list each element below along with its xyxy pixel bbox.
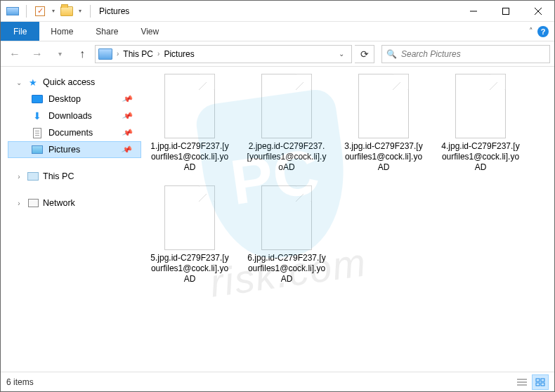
svg-rect-7: [536, 379, 540, 381]
minimize-button[interactable]: [457, 1, 490, 22]
file-item[interactable]: 6.jpg.id-C279F237.[yourfiles1@cock.li].y…: [245, 185, 328, 285]
file-icon: [164, 185, 215, 250]
file-icon: [164, 74, 215, 138]
up-button[interactable]: ↑: [72, 44, 92, 64]
help-icon[interactable]: ?: [537, 26, 549, 37]
close-button[interactable]: [522, 1, 554, 22]
icons-view-button[interactable]: [532, 374, 549, 390]
file-item[interactable]: 1.jpg.id-C279F237.[yourfiles1@cock.li].y…: [148, 74, 231, 173]
search-icon: 🔍: [386, 49, 397, 59]
ribbon: File Home Share View ˄ ?: [1, 22, 554, 41]
file-name: 6.jpg.id-C279F237.[yourfiles1@cock.li].y…: [245, 253, 328, 285]
sidebar-this-pc[interactable]: › This PC: [8, 168, 141, 185]
file-name: 2.jpeg.id-C279F237.[yourfiles1@cock.li].…: [245, 141, 328, 173]
chevron-right-icon[interactable]: ›: [15, 200, 23, 207]
back-button[interactable]: ←: [5, 44, 25, 64]
file-pane[interactable]: 1.jpg.id-C279F237.[yourfiles1@cock.li].y…: [141, 67, 554, 372]
item-count: 6 items: [6, 377, 34, 387]
search-box[interactable]: 🔍: [381, 45, 550, 63]
properties-icon[interactable]: ✓: [32, 4, 48, 19]
chevron-right-icon[interactable]: ›: [156, 50, 161, 58]
pc-icon: [98, 48, 112, 60]
svg-rect-9: [536, 383, 540, 386]
app-icon: [5, 4, 20, 19]
sidebar-item-pictures[interactable]: Pictures 📌: [8, 141, 141, 158]
sidebar-item-label: Desktop: [48, 94, 81, 104]
desktop-icon: [32, 93, 43, 105]
pictures-icon: [32, 144, 43, 155]
file-item[interactable]: 5.jpg.id-C279F237.[yourfiles1@cock.li].y…: [148, 185, 231, 285]
breadcrumb[interactable]: › This PC › Pictures ⌄: [95, 45, 352, 63]
file-item[interactable]: 4.jpg.id-C279F237.[yourfiles1@cock.li].y…: [439, 74, 522, 173]
svg-rect-10: [541, 383, 544, 386]
sidebar: ⌄ ★ Quick access Desktop 📌 ⬇ Downloads 📌…: [1, 67, 141, 372]
folder-icon: [59, 4, 74, 19]
quick-access-label: Quick access: [43, 77, 95, 87]
sidebar-item-label: Pictures: [48, 145, 80, 155]
search-input[interactable]: [401, 49, 545, 59]
divider: [26, 5, 27, 18]
sidebar-network[interactable]: › Network: [8, 195, 141, 211]
navbar: ← → ▾ ↑ › This PC › Pictures ⌄ ⟳ 🔍: [1, 41, 554, 67]
chevron-right-icon[interactable]: ›: [115, 50, 120, 58]
file-icon: [358, 74, 409, 138]
chevron-down-icon[interactable]: ⌄: [15, 79, 23, 86]
file-name: 1.jpg.id-C279F237.[yourfiles1@cock.li].y…: [148, 141, 231, 173]
titlebar: ✓ ▾ ▾ Pictures: [1, 1, 554, 22]
tab-home[interactable]: Home: [39, 22, 84, 41]
pin-icon: 📌: [121, 143, 133, 155]
collapse-ribbon-icon[interactable]: ˄: [529, 27, 533, 36]
sidebar-item-documents[interactable]: Documents 📌: [8, 124, 141, 141]
recent-dropdown-icon[interactable]: ▾: [50, 44, 70, 64]
file-icon: [455, 74, 506, 138]
qat-dropdown2-icon[interactable]: ▾: [76, 4, 84, 19]
this-pc-label: This PC: [43, 171, 74, 181]
network-icon: [27, 197, 39, 209]
breadcrumb-current[interactable]: Pictures: [164, 49, 194, 59]
file-name: 5.jpg.id-C279F237.[yourfiles1@cock.li].y…: [148, 253, 231, 285]
statusbar: 6 items: [1, 372, 554, 391]
forward-button[interactable]: →: [27, 44, 47, 64]
pc-icon: [27, 171, 39, 182]
tab-view[interactable]: View: [129, 22, 170, 41]
network-label: Network: [43, 198, 75, 208]
star-icon: ★: [27, 77, 39, 88]
maximize-button[interactable]: [490, 1, 522, 22]
file-name: 3.jpg.id-C279F237.[yourfiles1@cock.li].y…: [342, 141, 425, 173]
tab-share[interactable]: Share: [84, 22, 129, 41]
window-title: Pictures: [99, 6, 129, 16]
file-explorer-window: ✓ ▾ ▾ Pictures File Home Share View ˄ ? …: [0, 0, 555, 392]
file-grid: 1.jpg.id-C279F237.[yourfiles1@cock.li].y…: [148, 74, 554, 285]
pin-icon: 📌: [122, 93, 134, 105]
divider: [90, 5, 91, 18]
pin-icon: 📌: [122, 126, 134, 138]
file-item[interactable]: 2.jpeg.id-C279F237.[yourfiles1@cock.li].…: [245, 74, 328, 173]
chevron-right-icon[interactable]: ›: [15, 173, 23, 181]
svg-rect-8: [541, 379, 544, 381]
sidebar-quick-access[interactable]: ⌄ ★ Quick access: [8, 74, 141, 91]
download-icon: ⬇: [32, 110, 43, 122]
file-tab[interactable]: File: [1, 22, 39, 41]
refresh-button[interactable]: ⟳: [355, 45, 374, 63]
body: ⌄ ★ Quick access Desktop 📌 ⬇ Downloads 📌…: [1, 67, 554, 372]
quick-access-toolbar: ✓ ▾ ▾: [5, 4, 95, 19]
qat-dropdown-icon[interactable]: ▾: [49, 4, 58, 19]
window-controls: [457, 1, 554, 22]
pin-icon: 📌: [122, 110, 134, 122]
sidebar-item-downloads[interactable]: ⬇ Downloads 📌: [8, 107, 141, 124]
file-icon: [261, 185, 312, 250]
details-view-button[interactable]: [514, 374, 530, 390]
svg-rect-1: [503, 8, 509, 14]
document-icon: [32, 127, 43, 138]
sidebar-item-label: Downloads: [48, 111, 92, 121]
breadcrumb-dropdown-icon[interactable]: ⌄: [334, 50, 348, 58]
sidebar-item-desktop[interactable]: Desktop 📌: [8, 91, 141, 107]
breadcrumb-root[interactable]: This PC: [123, 49, 153, 59]
file-item[interactable]: 3.jpg.id-C279F237.[yourfiles1@cock.li].y…: [342, 74, 425, 173]
file-name: 4.jpg.id-C279F237.[yourfiles1@cock.li].y…: [439, 141, 522, 173]
file-icon: [261, 74, 312, 138]
sidebar-item-label: Documents: [48, 128, 93, 138]
